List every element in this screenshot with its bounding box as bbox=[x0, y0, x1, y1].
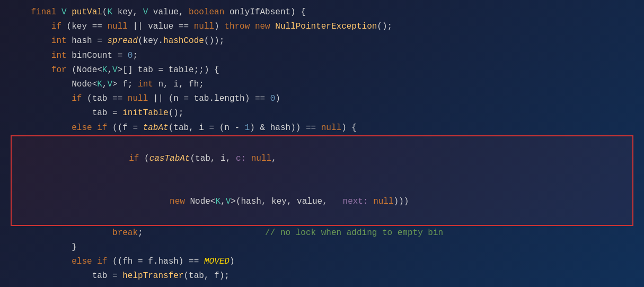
highlighted-line-1: if (casTabAt(tab, i, c: null, bbox=[12, 137, 632, 181]
code-line-8: tab = initTable(); bbox=[0, 106, 644, 120]
code-line-7: if (tab == null || (n = tab.length) == 0… bbox=[0, 92, 644, 106]
code-line-11: } bbox=[0, 240, 644, 255]
code-line-6: Node<K,V> f; int n, i, fh; bbox=[0, 77, 644, 92]
code-line-10: break; // no lock when adding to empty b… bbox=[0, 226, 644, 240]
code-editor: final V putVal(K key, V value, boolean o… bbox=[0, 0, 644, 287]
code-line-12: else if ((fh = f.hash) == MOVED) bbox=[0, 255, 644, 269]
highlighted-code-block: if (casTabAt(tab, i, c: null, new Node<K… bbox=[11, 135, 633, 226]
code-line-9: else if ((f = tabAt(tab, i = (n - 1) & h… bbox=[0, 121, 644, 135]
code-line-13: tab = helpTransfer(tab, f); bbox=[0, 269, 644, 283]
code-line-1: final V putVal(K key, V value, boolean o… bbox=[0, 5, 644, 20]
code-line-2: if (key == null || value == null) throw … bbox=[0, 20, 644, 34]
highlighted-line-2: new Node<K,V>(hash, key, value, next: nu… bbox=[12, 180, 632, 224]
code-line-5: for (Node<K,V>[] tab = table;;) { bbox=[0, 63, 644, 77]
code-line-3: int hash = spread(key.hashCode()); bbox=[0, 34, 644, 48]
code-line-4: int binCount = 0; bbox=[0, 49, 644, 63]
